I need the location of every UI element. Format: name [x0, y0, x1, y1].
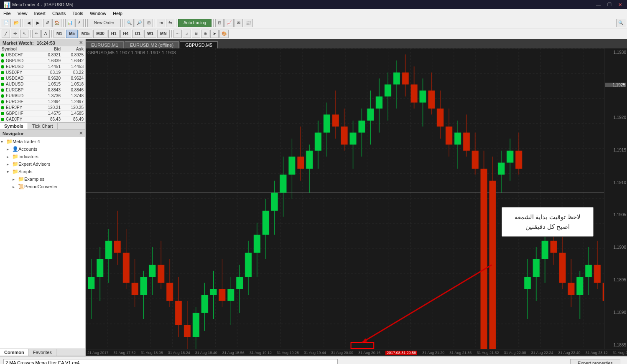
market-row[interactable]: EURUSD1.44511.4453	[0, 64, 85, 70]
cursor-tool-btn[interactable]: ↖	[20, 30, 28, 38]
market-row[interactable]: GBPCHF1.45751.4585	[0, 111, 85, 116]
chart-tab-eurusd-m2[interactable]: EURUSD,M2 (offline)	[125, 41, 179, 48]
market-row-bid: 83.19	[31, 70, 62, 75]
menu-insert[interactable]: Insert	[31, 9, 49, 18]
market-row[interactable]: EURJPY120.21120.25	[0, 105, 85, 111]
market-row[interactable]: AUDUSD1.05151.0518	[0, 81, 85, 87]
tf-h4[interactable]: H4	[120, 30, 132, 38]
annotation-line1: لاحظ توقيت بداية الشمعه	[509, 212, 586, 222]
market-row[interactable]: USDCAD0.96200.9624	[0, 76, 85, 81]
market-row[interactable]: USDJPY83.1983.22	[0, 70, 85, 76]
market-row[interactable]: EURAUD1.37361.3748	[0, 93, 85, 99]
close-button[interactable]: ✕	[617, 2, 624, 8]
restore-button[interactable]: ❐	[606, 2, 613, 8]
time-label-8: 31 Aug 19:28	[277, 351, 299, 355]
market-row-ask: 0.9624	[62, 76, 85, 81]
new-file-btn[interactable]: 📄	[2, 19, 11, 27]
tree-item[interactable]: ▸📁Indicators	[1, 153, 84, 160]
nav-tab-favorites[interactable]: Favorites	[29, 349, 56, 356]
tree-item[interactable]: ▾📁Scripts	[1, 168, 84, 175]
line-tool-btn[interactable]: ╱	[2, 30, 10, 38]
tree-item[interactable]: ▾📁MetaTrader 4	[1, 138, 84, 145]
market-row[interactable]: CADJPY86.4386.49	[0, 116, 85, 122]
forward-btn[interactable]: ▶	[34, 19, 42, 27]
navigator-close-btn[interactable]: ✕	[79, 131, 83, 136]
chart-tab-eurusd-m1[interactable]: EURUSD,M1	[86, 41, 124, 48]
gann-tool-btn[interactable]: ⊿	[183, 30, 191, 38]
menu-charts[interactable]: Charts	[49, 9, 69, 18]
market-row[interactable]: GBPUSD1.63391.6342	[0, 58, 85, 64]
arrow-tool-btn[interactable]: ➤	[210, 30, 219, 38]
tf-m1[interactable]: M1	[54, 30, 65, 38]
cycle-tool-btn[interactable]: ⊕	[201, 30, 209, 38]
time-label-5: 31 Aug 18:40	[195, 351, 217, 355]
zoom-out-btn[interactable]: 🔎	[135, 19, 144, 27]
time-label-7: 31 Aug 19:12	[250, 351, 272, 355]
home-btn[interactable]: 🏠	[52, 19, 61, 27]
tree-folder-icon: 📁	[18, 176, 24, 182]
color-tool-btn[interactable]: 🎨	[219, 30, 229, 38]
minimize-button[interactable]: —	[594, 2, 602, 8]
market-row[interactable]: EURCHF1.28941.2897	[0, 99, 85, 105]
chart-autoscroll-btn[interactable]: ⇆	[166, 19, 174, 27]
price-1900: 1.1900	[605, 245, 626, 250]
tf-mn[interactable]: MN	[157, 30, 170, 38]
menu-file[interactable]: File	[0, 9, 14, 18]
menu-view[interactable]: View	[14, 9, 31, 18]
price-scale: 1.1930 1.1925 1.1920 1.1915 1.1910 1.190…	[604, 48, 627, 349]
fit-btn[interactable]: ⊞	[145, 19, 153, 27]
market-row[interactable]: USDCHF0.89210.8925	[0, 52, 85, 58]
time-label-14: 31 Aug 21:52	[477, 351, 499, 355]
chart-candle-btn[interactable]: 🕯	[75, 19, 84, 27]
auto-trading-btn[interactable]: AutoTrading	[178, 19, 212, 27]
sep7	[213, 19, 214, 27]
tree-item[interactable]: ▸📁Examples	[1, 175, 84, 183]
chart-ctrl-btn[interactable]: 📈	[224, 19, 234, 27]
price-1925: 1.1925	[605, 83, 626, 87]
time-label-15: 31 Aug 22:08	[504, 351, 526, 355]
open-btn[interactable]: 📂	[12, 19, 21, 27]
terminal-btn[interactable]: ⊟	[215, 19, 224, 27]
market-watch-tabs: Symbols Tick Chart	[0, 122, 85, 129]
tf-w1[interactable]: W1	[144, 30, 156, 38]
tf-h1[interactable]: H1	[108, 30, 120, 38]
menu-help[interactable]: Help	[110, 9, 126, 18]
back-btn[interactable]: ◀	[25, 19, 33, 27]
market-watch-close-btn[interactable]: ✕	[79, 40, 83, 46]
tf-d1[interactable]: D1	[132, 30, 143, 38]
mail-btn[interactable]: ✉	[234, 19, 243, 27]
new-order-btn[interactable]: New Order	[87, 19, 121, 27]
menu-tools[interactable]: Tools	[69, 9, 87, 18]
chart-bar-btn[interactable]: 📊	[65, 19, 74, 27]
tf-m15[interactable]: M15	[79, 30, 92, 38]
nav-tab-common[interactable]: Common	[0, 349, 29, 356]
draw-tool-btn[interactable]: ✏	[32, 30, 41, 38]
menu-window[interactable]: Window	[87, 9, 110, 18]
tab-symbols[interactable]: Symbols	[0, 123, 28, 129]
chart-tab-gbpusd-m5[interactable]: GBPUSD,M5	[180, 41, 218, 48]
tree-item[interactable]: ▸📁Expert Advisors	[1, 160, 84, 168]
zoom-in-btn[interactable]: 🔍	[125, 19, 134, 27]
vol-tool-btn[interactable]: ≋	[192, 30, 200, 38]
nav-bottom-tabs: Common Favorites	[0, 349, 85, 356]
chart-container[interactable]: GBPUSD,M5 1.1907 1.1908 1.1907 1.1908 1.…	[86, 48, 627, 349]
ea-selector[interactable]	[3, 359, 338, 364]
navigator-tree: ▾📁MetaTrader 4▸👤Accounts▸📁Indicators▸📁Ex…	[0, 137, 85, 349]
market-row-symbol: EURCHF	[5, 99, 31, 104]
news-btn[interactable]: 📰	[244, 19, 253, 27]
tree-item[interactable]: ▸📜PeriodConverter	[1, 183, 84, 190]
tree-item[interactable]: ▸👤Accounts	[1, 145, 84, 153]
title-bar-controls[interactable]: — ❐ ✕	[594, 2, 624, 8]
chart-shift-btn[interactable]: ⇥	[157, 19, 165, 27]
search-btn[interactable]: 🔍	[616, 19, 625, 27]
expert-properties-btn[interactable]: Expert properties	[570, 359, 620, 364]
market-row[interactable]: EURGBP0.88430.8846	[0, 87, 85, 93]
tree-folder-icon: 📜	[18, 183, 24, 190]
tf-m30[interactable]: M30	[93, 30, 107, 38]
text-tool-btn[interactable]: A	[41, 30, 50, 38]
reload-btn[interactable]: ↺	[43, 19, 51, 27]
cross-tool-btn[interactable]: ✛	[11, 30, 19, 38]
fib-tool-btn[interactable]: ⋯	[173, 30, 182, 38]
tab-tick-chart[interactable]: Tick Chart	[28, 123, 58, 129]
tf-m5[interactable]: M5	[66, 30, 78, 38]
